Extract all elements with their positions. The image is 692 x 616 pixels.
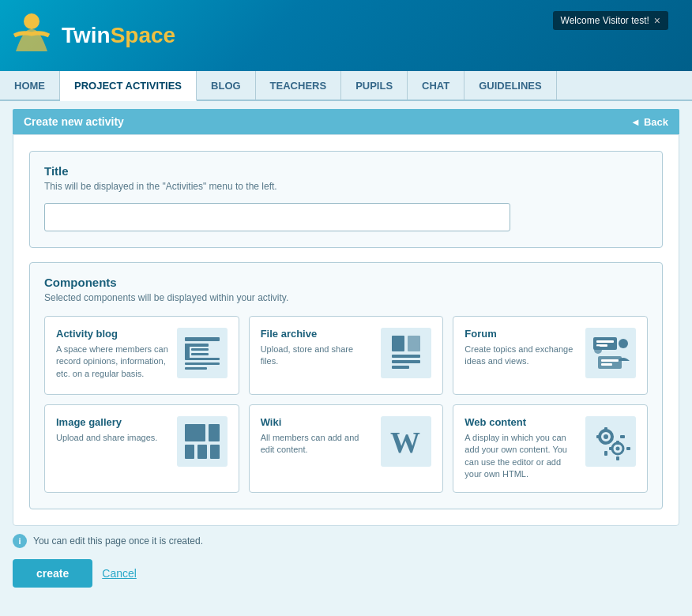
svg-rect-39 (626, 447, 630, 450)
svg-rect-3 (185, 344, 190, 359)
logo-area: TwinSpace (8, 12, 175, 59)
button-row: create Cancel (13, 559, 679, 588)
back-label: Back (644, 116, 668, 128)
svg-rect-4 (191, 348, 209, 351)
component-file-desc: Upload, store and share files. (261, 344, 374, 368)
wiki-icon: W (381, 416, 431, 467)
gallery-icon (177, 416, 228, 467)
component-blog-desc: A space where members can record opinion… (56, 344, 169, 380)
svg-point-17 (619, 339, 628, 348)
info-bar: i You can edit this page once it is crea… (13, 534, 679, 548)
svg-rect-9 (392, 336, 404, 351)
logo-icon (8, 12, 55, 59)
file-icon (381, 328, 431, 378)
title-input[interactable] (44, 203, 510, 231)
svg-rect-36 (616, 441, 619, 445)
svg-rect-32 (596, 435, 601, 438)
component-forum-desc: Create topics and exchange ideas and vie… (464, 344, 577, 368)
svg-rect-6 (185, 358, 220, 360)
svg-rect-7 (185, 362, 220, 365)
svg-text:W: W (390, 426, 420, 459)
component-gallery-info: Image gallery Upload and share images. (56, 416, 169, 444)
svg-point-35 (616, 447, 620, 451)
forum-icon (585, 328, 636, 378)
svg-rect-38 (609, 447, 613, 450)
components-section: Components Selected components will be d… (29, 262, 663, 509)
component-forum-name: Forum (464, 328, 577, 340)
svg-rect-5 (191, 353, 209, 355)
component-file-archive[interactable]: File archive Upload, store and share fil… (249, 316, 444, 395)
info-text: You can edit this page once it is create… (33, 535, 203, 547)
component-web-desc: A display in which you can add your own … (464, 432, 577, 481)
svg-rect-18 (598, 356, 622, 369)
svg-rect-23 (185, 445, 194, 459)
svg-rect-30 (604, 427, 607, 432)
component-file-info: File archive Upload, store and share fil… (261, 328, 374, 368)
components-heading: Components (44, 276, 648, 289)
svg-rect-13 (392, 366, 409, 369)
info-icon: i (13, 534, 27, 548)
component-wiki-info: Wiki All members can add and edit conten… (261, 416, 374, 456)
svg-rect-37 (616, 456, 619, 460)
web-icon (585, 416, 636, 467)
components-grid: Activity blog A space where members can … (44, 316, 648, 493)
page-content: Create new activity ◄ Back Title This wi… (0, 101, 692, 595)
component-activity-blog[interactable]: Activity blog A space where members can … (44, 316, 239, 395)
svg-point-21 (594, 346, 602, 354)
nav-item-chat[interactable]: CHAT (408, 71, 464, 100)
back-button[interactable]: ◄ Back (630, 116, 668, 128)
back-arrow-icon: ◄ (630, 116, 641, 128)
components-subtitle: Selected components will be displayed wi… (44, 292, 648, 303)
svg-point-0 (24, 13, 39, 29)
component-blog-name: Activity blog (56, 328, 169, 340)
component-blog-info: Activity blog A space where members can … (56, 328, 169, 380)
close-icon[interactable]: × (654, 14, 660, 27)
logo-text: TwinSpace (62, 23, 175, 48)
title-section: Title This will be displayed in the "Act… (29, 151, 663, 248)
svg-rect-20 (601, 363, 612, 366)
svg-rect-12 (392, 360, 420, 363)
svg-rect-22 (185, 424, 205, 441)
svg-rect-8 (185, 367, 207, 370)
svg-point-29 (604, 434, 608, 439)
welcome-text: Welcome Visitor test! (561, 15, 649, 26)
nav-item-teachers[interactable]: TEACHERS (256, 71, 342, 100)
svg-rect-11 (392, 355, 420, 358)
nav-item-home[interactable]: HOME (0, 71, 60, 100)
svg-rect-24 (197, 445, 207, 459)
nav-item-pupils[interactable]: PUPILS (341, 71, 408, 100)
component-wiki-name: Wiki (261, 416, 374, 428)
activity-bar: Create new activity ◄ Back (13, 109, 679, 134)
component-web-name: Web content (464, 416, 577, 428)
title-subtitle: This will be displayed in the "Activitie… (44, 181, 648, 192)
svg-rect-19 (601, 359, 619, 362)
svg-rect-31 (604, 451, 607, 456)
component-gallery-desc: Upload and share images. (56, 432, 169, 444)
cancel-button[interactable]: Cancel (102, 567, 137, 580)
component-forum[interactable]: Forum Create topics and exchange ideas a… (453, 316, 648, 395)
nav-bar: HOME PROJECT ACTIVITIES BLOG TEACHERS PU… (0, 71, 692, 101)
svg-rect-10 (408, 336, 420, 351)
nav-item-blog[interactable]: BLOG (197, 71, 256, 100)
svg-rect-33 (620, 435, 625, 438)
svg-rect-1 (185, 337, 220, 341)
component-web-content[interactable]: Web content A display in which you can a… (453, 404, 648, 493)
nav-item-project-activities[interactable]: PROJECT ACTIVITIES (60, 71, 197, 101)
welcome-badge: Welcome Visitor test! × (553, 11, 668, 30)
component-gallery-name: Image gallery (56, 416, 169, 428)
svg-rect-25 (210, 445, 220, 459)
title-heading: Title (44, 164, 648, 178)
component-wiki-desc: All members can add and edit content. (261, 432, 374, 456)
nav-item-guidelines[interactable]: GUIDELINES (464, 71, 556, 100)
component-image-gallery[interactable]: Image gallery Upload and share images. (44, 404, 239, 493)
svg-rect-26 (209, 424, 220, 441)
create-button[interactable]: create (13, 559, 92, 588)
svg-rect-15 (596, 340, 614, 343)
main-card: Title This will be displayed in the "Act… (13, 134, 679, 526)
activity-bar-title: Create new activity (24, 115, 124, 128)
component-wiki[interactable]: Wiki All members can add and edit conten… (249, 404, 444, 493)
component-file-name: File archive (261, 328, 374, 340)
component-forum-info: Forum Create topics and exchange ideas a… (464, 328, 577, 368)
header: TwinSpace Welcome Visitor test! × (0, 0, 692, 71)
component-web-info: Web content A display in which you can a… (464, 416, 577, 481)
